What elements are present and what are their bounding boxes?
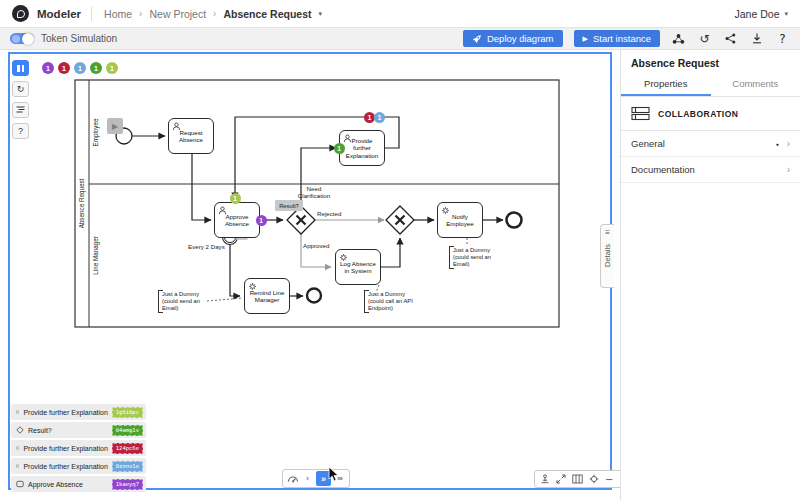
lane-label-line-manager: Line Manager	[89, 184, 101, 327]
gear-icon	[441, 206, 450, 215]
task-label: Request Absence	[171, 129, 211, 143]
token-counter[interactable]: 1	[74, 62, 86, 74]
speed-menu-button[interactable]	[286, 471, 299, 486]
token-counter[interactable]: 1	[106, 62, 118, 74]
task-log-absence-in-system[interactable]: Log Absence in System	[335, 249, 381, 285]
toolbar: Token Simulation Deploy diagram ▶ Start …	[0, 28, 800, 50]
help-icon: ?	[779, 32, 785, 46]
version-history-button[interactable]: ↺	[697, 31, 712, 47]
collaborators-button[interactable]	[671, 31, 686, 47]
token-badge-flow-blue: 1	[374, 112, 385, 123]
task-remind-line-manager[interactable]: Remind Line Manager	[244, 278, 290, 314]
association-remind	[207, 298, 243, 301]
minimap-button[interactable]	[572, 474, 583, 484]
panel-row-documentation[interactable]: Documentation ›	[621, 157, 800, 183]
gear-icon	[339, 253, 348, 262]
reset-zoom-button[interactable]	[589, 474, 599, 484]
flow-label-need-clarification: Need Clarification	[296, 185, 332, 199]
breadcrumb-project[interactable]: New Project	[149, 8, 206, 20]
mouse-cursor	[328, 467, 340, 483]
element-type-label: COLLABORATION	[658, 109, 738, 119]
end-event-remind[interactable]	[307, 289, 321, 303]
task-label: Log Absence in System	[338, 260, 378, 274]
task-icon	[16, 444, 19, 452]
start-instance-button[interactable]: ▶ Start instance	[574, 30, 660, 47]
task-approve-absence[interactable]: Approve Absence	[214, 202, 260, 238]
play-icon: ▶	[583, 35, 588, 43]
diagram-canvas[interactable]: Absence Request Employee Line Manager ▶ …	[8, 52, 612, 490]
annotation-notify[interactable]: Just a Dummy (could send an Email)	[449, 246, 497, 269]
fit-viewport-button[interactable]	[556, 474, 566, 484]
task-request-absence[interactable]: Request Absence	[168, 118, 214, 154]
chevron-down-icon[interactable]: ▾	[784, 10, 788, 18]
flow-request-approve[interactable]	[192, 154, 211, 220]
token-simulation-toggle[interactable]	[10, 33, 34, 44]
reset-simulation-button[interactable]: ↻	[12, 81, 29, 97]
chevron-down-icon[interactable]: ▾	[319, 10, 323, 18]
scope-badge: 0zenv1e	[112, 461, 143, 472]
user-menu[interactable]: Jane Doe	[735, 8, 780, 20]
expand-icon	[556, 474, 566, 484]
export-button[interactable]	[540, 474, 550, 484]
scope-badge: 1kaeyq7	[112, 479, 143, 490]
details-tab[interactable]: ≡ Details	[600, 224, 614, 288]
token-simulation-label: Token Simulation	[41, 33, 117, 44]
breadcrumb-home[interactable]: Home	[104, 8, 132, 20]
zoom-out-button[interactable]: −	[605, 474, 613, 485]
log-icon	[16, 106, 25, 114]
reset-icon: ↻	[17, 84, 25, 94]
log-entry[interactable]: Provide further Explanation 1g6i0pc	[11, 404, 146, 420]
task-icon	[16, 462, 19, 470]
task-notify-employee[interactable]: Notify Employee	[437, 202, 483, 238]
flow-approved[interactable]	[301, 234, 331, 267]
task-provide-further-explanation[interactable]: Provide further Explanation	[339, 130, 385, 166]
app-name: Modeler	[37, 8, 81, 20]
token-badge-approve-top: 1	[230, 193, 241, 204]
tab-comments[interactable]: Comments	[711, 74, 800, 96]
gear-icon	[248, 282, 257, 291]
tab-properties[interactable]: Properties	[621, 74, 711, 96]
modeler-logo	[12, 5, 29, 22]
log-entry[interactable]: Approve Absence 1kaeyq7	[11, 476, 146, 492]
scope-badge: 1g6i0pc	[112, 407, 143, 418]
end-event-main[interactable]	[507, 213, 522, 228]
log-entry[interactable]: Result? 04amg1v	[11, 422, 146, 438]
simulation-help-button[interactable]: ?	[12, 123, 29, 139]
log-entry[interactable]: Provide further Explanation 124pc6e	[11, 440, 146, 456]
token-badge-approve-right: 1	[256, 215, 267, 226]
flow-logsys-gateway[interactable]	[381, 238, 400, 267]
deploy-diagram-button[interactable]: Deploy diagram	[463, 30, 563, 47]
annotation-logsys[interactable]: Just a Dummy (could call an API Endpoint…	[364, 290, 416, 313]
history-icon: ↺	[699, 32, 709, 46]
token-counter[interactable]: 1	[90, 62, 102, 74]
top-bar: Modeler Home › New Project › Absence Req…	[0, 0, 800, 28]
annotation-remind[interactable]: Just a Dummy (could send an Email)	[158, 290, 206, 313]
pause-icon	[17, 65, 23, 72]
properties-panel: Absence Request Properties Comments COLL…	[620, 50, 800, 500]
panel-row-general[interactable]: General ● ›	[621, 131, 800, 157]
simulation-log-button[interactable]	[12, 102, 29, 118]
log-entry[interactable]: Provide further Explanation 0zenv1e	[11, 458, 146, 474]
scope-badge: 04amg1v	[112, 425, 143, 436]
flow-label-rejected: Rejected	[317, 210, 341, 217]
gateway-merge[interactable]	[386, 206, 414, 234]
download-icon	[752, 33, 762, 44]
pause-simulation-button[interactable]	[12, 60, 29, 76]
user-icon	[218, 206, 227, 215]
element-type-section: COLLABORATION	[621, 97, 800, 131]
flow-timer-remind[interactable]	[230, 245, 240, 296]
token-counter[interactable]: 1	[58, 62, 70, 74]
divider	[91, 7, 92, 21]
download-button[interactable]	[749, 31, 764, 47]
gateway-icon	[16, 426, 24, 434]
simulation-start-overlay[interactable]: ▶	[107, 118, 123, 134]
token-counter[interactable]: 1	[42, 62, 54, 74]
token-counters: 1 1 1 1 1	[42, 62, 118, 74]
speed-slow-button[interactable]: ›	[301, 471, 314, 486]
breadcrumb-current[interactable]: Absence Request	[223, 8, 311, 20]
share-button[interactable]	[723, 31, 738, 47]
export-icon	[540, 474, 550, 484]
play-icon: ▶	[112, 122, 118, 131]
help-button[interactable]: ?	[775, 31, 790, 47]
simulation-log: Provide further Explanation 1g6i0pc Resu…	[11, 404, 146, 492]
